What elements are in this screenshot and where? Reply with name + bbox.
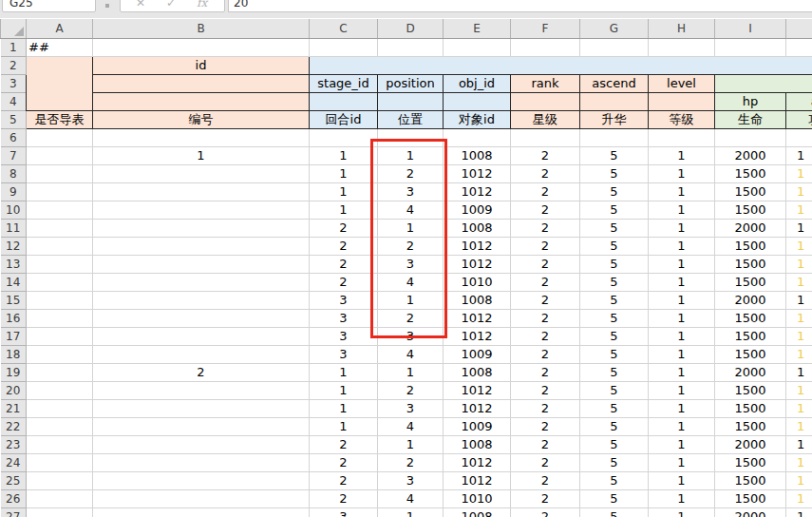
cell-I26[interactable]: 1500 bbox=[715, 489, 786, 507]
row-header-26[interactable]: 26 bbox=[1, 489, 27, 507]
col-header-F[interactable]: F bbox=[511, 19, 580, 38]
cell-J12[interactable]: 1 bbox=[786, 237, 812, 255]
cell-A23[interactable] bbox=[27, 435, 93, 453]
cell-B22[interactable] bbox=[93, 417, 310, 435]
cell-E22[interactable]: 1009 bbox=[444, 417, 511, 435]
cell-F27[interactable]: 2 bbox=[511, 507, 580, 517]
cell-H13[interactable]: 1 bbox=[649, 255, 715, 273]
cell-I18[interactable]: 1500 bbox=[715, 345, 786, 363]
row-header-8[interactable]: 8 bbox=[1, 164, 27, 182]
cell-H17[interactable]: 1 bbox=[649, 327, 715, 345]
cell-H18[interactable]: 1 bbox=[649, 345, 715, 363]
row-header-12[interactable]: 12 bbox=[1, 237, 27, 255]
cell-C8[interactable]: 1 bbox=[310, 164, 378, 182]
cell-H11[interactable]: 1 bbox=[649, 219, 715, 237]
cell-J13[interactable]: 1 bbox=[786, 255, 812, 273]
cell-C9[interactable]: 1 bbox=[310, 182, 378, 201]
cell-A18[interactable] bbox=[27, 345, 93, 363]
cell-I13[interactable]: 1500 bbox=[715, 255, 786, 273]
cell-J7[interactable]: 1 bbox=[786, 146, 812, 164]
cell-C15[interactable]: 3 bbox=[310, 291, 378, 309]
cell-F3[interactable]: rank bbox=[511, 74, 580, 92]
cell-B18[interactable] bbox=[93, 345, 310, 363]
cell-A14[interactable] bbox=[27, 273, 93, 291]
cell-J16[interactable]: 1 bbox=[786, 309, 812, 327]
cell-D4[interactable] bbox=[378, 92, 444, 110]
row-header-4[interactable]: 4 bbox=[1, 92, 27, 110]
cell-G12[interactable]: 5 bbox=[580, 237, 649, 255]
cell-H5[interactable]: 等级 bbox=[649, 110, 715, 128]
select-all-corner[interactable] bbox=[1, 19, 27, 38]
cell-H16[interactable]: 1 bbox=[649, 309, 715, 327]
cell-F13[interactable]: 2 bbox=[511, 255, 580, 273]
cell-J10[interactable]: 1 bbox=[786, 201, 812, 219]
cell-B3[interactable] bbox=[93, 74, 310, 92]
cell-I11[interactable]: 2000 bbox=[715, 219, 786, 237]
cell-A15[interactable] bbox=[27, 291, 93, 309]
cell-J6[interactable] bbox=[786, 128, 812, 146]
cell-C25[interactable]: 2 bbox=[310, 471, 378, 489]
row-header-3[interactable]: 3 bbox=[1, 74, 27, 92]
cell-D5[interactable]: 位置 bbox=[378, 110, 444, 128]
cell-A12[interactable] bbox=[27, 237, 93, 255]
cell-F24[interactable]: 2 bbox=[511, 453, 580, 471]
row-header-10[interactable]: 10 bbox=[1, 201, 27, 219]
cell-H8[interactable]: 1 bbox=[649, 164, 715, 182]
cell-G24[interactable]: 5 bbox=[580, 453, 649, 471]
cell-D27[interactable]: 1 bbox=[378, 507, 444, 517]
col-header-D[interactable]: D bbox=[378, 19, 444, 38]
cell-F22[interactable]: 2 bbox=[511, 417, 580, 435]
cell-J9[interactable]: 1 bbox=[786, 182, 812, 201]
cell-H14[interactable]: 1 bbox=[649, 273, 715, 291]
cell-B21[interactable] bbox=[93, 399, 310, 417]
cell-F12[interactable]: 2 bbox=[511, 237, 580, 255]
cell-G1[interactable] bbox=[580, 38, 649, 56]
cell-F4[interactable] bbox=[511, 92, 580, 110]
cell-E8[interactable]: 1012 bbox=[444, 164, 511, 182]
row-header-19[interactable]: 19 bbox=[1, 363, 27, 381]
cell-G10[interactable]: 5 bbox=[580, 201, 649, 219]
cell-B11[interactable] bbox=[93, 219, 310, 237]
cell-C5[interactable]: 回合id bbox=[310, 110, 378, 128]
row-header-13[interactable]: 13 bbox=[1, 255, 27, 273]
cell-F5[interactable]: 星级 bbox=[511, 110, 580, 128]
cell-A9[interactable] bbox=[27, 182, 93, 201]
row-header-5[interactable]: 5 bbox=[1, 110, 27, 128]
cell-C13[interactable]: 2 bbox=[310, 255, 378, 273]
cell-C23[interactable]: 2 bbox=[310, 435, 378, 453]
cell-B6[interactable] bbox=[93, 128, 310, 146]
cell-I14[interactable]: 1500 bbox=[715, 273, 786, 291]
cell-C24[interactable]: 2 bbox=[310, 453, 378, 471]
cell-D3[interactable]: position bbox=[378, 74, 444, 92]
cell-F21[interactable]: 2 bbox=[511, 399, 580, 417]
cell-B5[interactable]: 编号 bbox=[93, 110, 310, 128]
name-box[interactable]: G25 bbox=[2, 0, 96, 12]
cell-I17[interactable]: 1500 bbox=[715, 327, 786, 345]
cell-H15[interactable]: 1 bbox=[649, 291, 715, 309]
cell-J27[interactable]: 1 bbox=[786, 507, 812, 517]
cell-I27[interactable]: 2000 bbox=[715, 507, 786, 517]
row-header-25[interactable]: 25 bbox=[1, 471, 27, 489]
cell-A27[interactable] bbox=[27, 507, 93, 517]
cell-C2-merged-band[interactable] bbox=[310, 56, 812, 74]
cell-F16[interactable]: 2 bbox=[511, 309, 580, 327]
cell-I1[interactable] bbox=[715, 38, 786, 56]
cell-F18[interactable]: 2 bbox=[511, 345, 580, 363]
cell-A24[interactable] bbox=[27, 453, 93, 471]
cell-J24[interactable]: 1 bbox=[786, 453, 812, 471]
cell-A22[interactable] bbox=[27, 417, 93, 435]
namebox-splitter-handle[interactable] bbox=[105, 4, 109, 8]
cell-C14[interactable]: 2 bbox=[310, 273, 378, 291]
cell-I12[interactable]: 1500 bbox=[715, 237, 786, 255]
cell-I7[interactable]: 2000 bbox=[715, 146, 786, 164]
row-header-14[interactable]: 14 bbox=[1, 273, 27, 291]
row-header-15[interactable]: 15 bbox=[1, 291, 27, 309]
cell-H24[interactable]: 1 bbox=[649, 453, 715, 471]
cell-A13[interactable] bbox=[27, 255, 93, 273]
cell-E27[interactable]: 1008 bbox=[444, 507, 511, 517]
cell-E12[interactable]: 1012 bbox=[444, 237, 511, 255]
row-header-6[interactable]: 6 bbox=[1, 128, 27, 146]
cell-A26[interactable] bbox=[27, 489, 93, 507]
row-header-23[interactable]: 23 bbox=[1, 435, 27, 453]
row-header-9[interactable]: 9 bbox=[1, 182, 27, 201]
